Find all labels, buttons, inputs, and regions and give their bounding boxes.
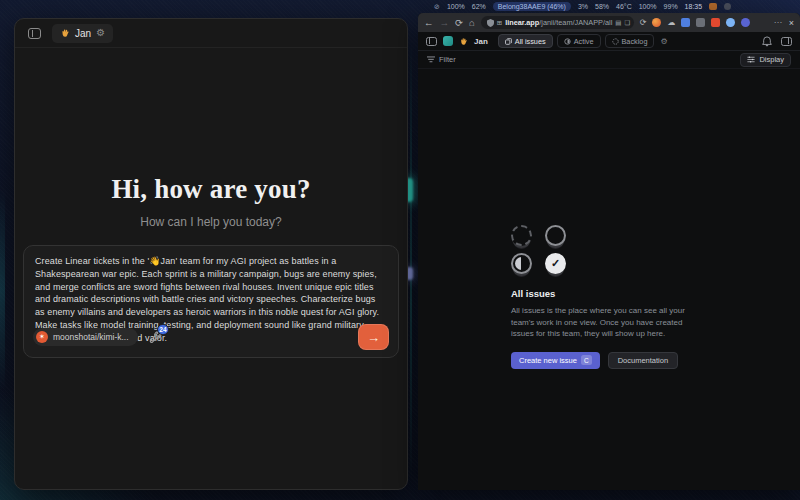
composer-toolbar: ✶ moonshotai/kimi-k... 24 →	[33, 324, 389, 350]
address-bar[interactable]: ⊞ linear.app/janii/team/JANAPP/all ▤ ❏	[481, 16, 634, 29]
tab-active[interactable]: Active	[557, 34, 601, 48]
in-progress-status-icon	[511, 253, 532, 274]
header-right-actions	[762, 36, 792, 47]
done-status-icon: ✓	[545, 253, 566, 274]
empty-state-description: All issues is the place where you can se…	[511, 305, 707, 340]
filter-label: Filter	[439, 55, 456, 64]
extension-icon-blue-flag[interactable]	[681, 18, 690, 27]
backlog-status-icon	[511, 225, 532, 246]
site-shield-icon	[487, 19, 494, 27]
jan-header: Jan ⚙	[15, 19, 407, 48]
linear-header: Jan All issues Active Backlog ⚙	[418, 32, 800, 51]
workspace-logo-icon[interactable]	[443, 36, 453, 46]
team-wave-hand-icon	[459, 37, 468, 46]
url-path: /janii/team/JANAPP/all	[539, 18, 612, 27]
filter-funnel-icon	[427, 56, 435, 63]
extension-icon-indigo[interactable]	[741, 18, 750, 27]
bookmark-icon[interactable]: ❏	[624, 19, 630, 27]
tab-all-issues-label: All issues	[515, 37, 546, 46]
jan-tab-label: Jan	[75, 28, 91, 39]
tools-count-badge: 24	[157, 324, 168, 335]
greeting-title: Hi, how are you?	[15, 174, 407, 205]
system-tray: ⊘ 100% 62% Belong38AAE9 (46%) 3% 58% 46°…	[430, 0, 800, 13]
tray-memory: 58%	[595, 3, 609, 10]
all-issues-icon	[505, 38, 512, 45]
overflow-menu-icon[interactable]: ⋯	[774, 18, 783, 27]
extension-icon-lightblue[interactable]	[726, 18, 735, 27]
tray-battery: 62%	[472, 3, 486, 10]
tray-clock: 18:35	[685, 3, 703, 10]
empty-state-title: All issues	[511, 288, 707, 299]
tray-network[interactable]: Belong38AAE9 (46%)	[493, 2, 571, 11]
extension-icon-orange[interactable]	[652, 18, 661, 27]
reload-icon[interactable]: ⟳	[455, 18, 463, 28]
tray-cpu: 3%	[578, 3, 588, 10]
tray-app-icon[interactable]	[724, 3, 731, 10]
jan-thread-tab[interactable]: Jan ⚙	[52, 24, 113, 43]
jan-app-window: Jan ⚙ Hi, how are you? How can I help yo…	[14, 18, 408, 490]
right-panel-toggle-icon[interactable]	[781, 37, 792, 46]
model-selector[interactable]: ✶ moonshotai/kimi-k...	[33, 328, 138, 346]
filter-row: Filter Display	[418, 51, 800, 69]
linear-app: Jan All issues Active Backlog ⚙	[418, 32, 800, 490]
tray-temp: 46°C	[616, 3, 632, 10]
greeting-block: Hi, how are you? How can I help you toda…	[15, 174, 407, 229]
display-label: Display	[759, 55, 784, 64]
shortcut-key-badge: C	[581, 355, 592, 365]
tab-backlog-label: Backlog	[622, 37, 648, 46]
active-icon	[564, 38, 571, 45]
filter-button[interactable]: Filter	[427, 55, 456, 64]
browser-toolbar: ← → ⟳ ⌂ ⊞ linear.app/janii/team/JANAPP/a…	[418, 13, 800, 32]
notifications-bell-icon[interactable]	[762, 36, 772, 47]
empty-state-actions: Create new issue C Documentation	[511, 352, 707, 369]
url-domain: linear.app	[505, 18, 539, 27]
wave-hand-icon	[60, 28, 70, 38]
page-doc-icon[interactable]: ▤	[615, 19, 621, 27]
back-icon[interactable]: ←	[424, 18, 434, 28]
forward-icon[interactable]: →	[440, 18, 450, 28]
tray-volume: 100%	[447, 3, 465, 10]
mute-icon: ⊘	[434, 3, 440, 11]
home-icon[interactable]: ⌂	[469, 18, 475, 28]
status-icons-grid: ✓	[511, 225, 707, 274]
display-sliders-icon	[747, 56, 755, 63]
send-button[interactable]: →	[358, 324, 389, 350]
tray-charge: 100%	[639, 3, 657, 10]
linear-sidebar-toggle-icon[interactable]	[426, 37, 437, 46]
backlog-icon	[612, 38, 619, 45]
view-tabs: All issues Active Backlog	[498, 34, 655, 48]
tray-keyboard-icon[interactable]	[709, 3, 717, 10]
extension-icon-gray[interactable]	[696, 18, 705, 27]
sidebar-toggle-icon[interactable]	[28, 28, 41, 39]
desktop-glow-line	[410, 40, 412, 480]
thread-settings-gear-icon[interactable]: ⚙	[96, 28, 105, 38]
moonshot-logo-icon: ✶	[36, 331, 48, 343]
close-icon[interactable]: ×	[789, 18, 794, 28]
linear-main-area: ✓ All issues All issues is the place whe…	[418, 69, 800, 490]
site-grid-icon: ⊞	[497, 19, 502, 27]
cloud-extension-icon[interactable]: ☁	[667, 19, 675, 27]
tray-brightness: 99%	[664, 3, 678, 10]
url-text: linear.app/janii/team/JANAPP/all	[505, 18, 612, 27]
extension-icon-red[interactable]	[711, 18, 720, 27]
team-name: Jan	[474, 37, 488, 46]
empty-state: ✓ All issues All issues is the place whe…	[511, 225, 707, 369]
views-settings-gear-icon[interactable]: ⚙	[660, 37, 667, 46]
prompt-composer[interactable]: Create Linear tickets in the '👋Jan' team…	[23, 245, 399, 358]
model-name: moonshotai/kimi-k...	[53, 332, 129, 342]
sync-extension-icon[interactable]: ⟳	[640, 19, 647, 27]
todo-status-icon	[545, 225, 566, 246]
tab-all-issues[interactable]: All issues	[498, 34, 553, 48]
greeting-subtitle: How can I help you today?	[15, 215, 407, 229]
tools-button[interactable]: 24	[148, 330, 162, 344]
documentation-button[interactable]: Documentation	[608, 352, 678, 369]
tab-active-label: Active	[574, 37, 594, 46]
create-new-issue-button[interactable]: Create new issue C	[511, 352, 600, 369]
browser-window: ← → ⟳ ⌂ ⊞ linear.app/janii/team/JANAPP/a…	[418, 13, 800, 490]
create-new-issue-label: Create new issue	[519, 356, 577, 365]
display-button[interactable]: Display	[740, 53, 791, 67]
tab-backlog[interactable]: Backlog	[605, 34, 655, 48]
desktop-edge-glow	[0, 190, 5, 390]
documentation-label: Documentation	[618, 356, 668, 365]
send-arrow-icon: →	[367, 330, 380, 345]
